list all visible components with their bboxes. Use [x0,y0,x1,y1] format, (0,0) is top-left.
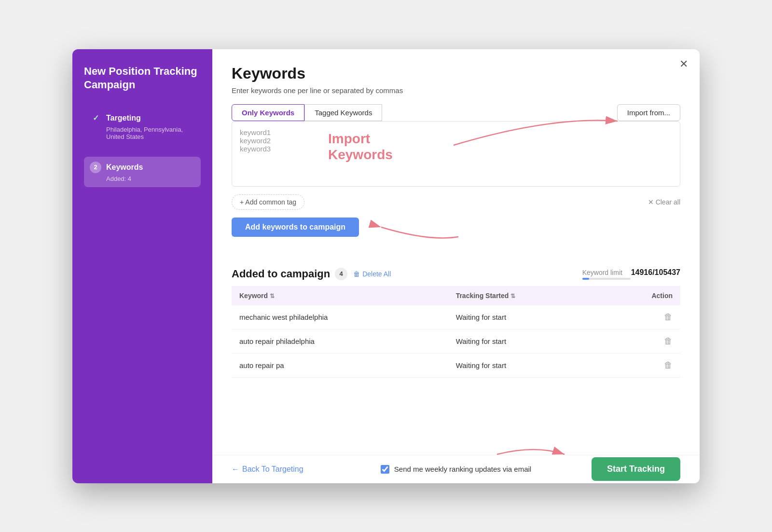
sidebar-item-targeting[interactable]: ✓ Targeting Philadelphia, Pennsylvania, … [84,108,201,145]
action-cell: 🗑 [605,305,680,329]
limit-progress-fill [582,278,589,280]
table-row: auto repair pa Waiting for start 🗑 [232,353,680,377]
keyword-sort-icon[interactable]: ⇅ [270,293,275,300]
add-keywords-button[interactable]: Add keywords to campaign [232,218,359,237]
step-number-keywords: 2 [90,162,101,173]
tags-row: + Add common tag ✕ Clear all [232,194,680,210]
sidebar-subtitle-keywords: Added: 4 [90,175,195,182]
tab-only-keywords[interactable]: Only Keywords [232,104,304,121]
tracking-sort-icon[interactable]: ⇅ [510,293,515,300]
step-number-targeting: ✓ [90,112,101,124]
status-cell: Waiting for start [448,305,605,329]
close-button[interactable]: ✕ [679,59,688,69]
keyword-input-wrapper: keyword1 keyword2 keyword3 [232,121,680,187]
delete-row-icon[interactable]: 🗑 [664,312,673,322]
delete-all-button[interactable]: 🗑 Delete All [353,270,391,278]
modal-footer: ← Back To Targeting Send me weekly ranki… [212,455,700,483]
delete-row-icon[interactable]: 🗑 [664,336,673,346]
status-cell: Waiting for start [448,353,605,377]
add-keywords-arrow-svg [343,218,468,256]
sidebar-item-keywords[interactable]: 2 Keywords Added: 4 [84,157,201,187]
keyword-cell: auto repair pa [232,353,448,377]
action-cell: 🗑 [605,329,680,353]
table-row: auto repair philadelphia Waiting for sta… [232,329,680,353]
sidebar-title: New Position Tracking Campaign [84,65,201,92]
campaign-title: Added to campaign [232,268,330,280]
page-title: Keywords [232,65,680,82]
campaign-header: Added to campaign 4 🗑 Delete All Keyword… [232,268,680,280]
add-tag-button[interactable]: + Add common tag [232,194,304,210]
col-action: Action [605,286,680,305]
keyword-textarea[interactable]: keyword1 keyword2 keyword3 [232,122,680,184]
email-update-label[interactable]: Send me weekly ranking updates via email [381,465,531,474]
col-tracking-started: Tracking Started ⇅ [448,286,605,305]
keywords-table: Keyword ⇅ Tracking Started ⇅ Action mech… [232,286,680,378]
start-tracking-button[interactable]: Start Tracking [592,457,680,481]
col-keyword: Keyword ⇅ [232,286,448,305]
clear-all-button[interactable]: ✕ Clear all [648,198,680,206]
limit-progress-bar [582,278,631,280]
sidebar-label-keywords: Keywords [106,163,143,172]
main-content: ✕ Keywords Enter keywords one per line o… [212,49,700,483]
back-button[interactable]: ← Back To Targeting [232,465,303,474]
sidebar-label-targeting: Targeting [106,114,141,123]
sidebar-subtitle-targeting: Philadelphia, Pennsylvania, United State… [90,126,195,140]
keyword-limit-info: Keyword limit 14916/105437 [582,268,680,280]
action-cell: 🗑 [605,353,680,377]
tab-tagged-keywords[interactable]: Tagged Keywords [304,104,382,121]
sidebar: New Position Tracking Campaign ✓ Targeti… [72,49,212,483]
campaign-count: 4 [335,268,347,280]
back-arrow-icon: ← [232,465,239,474]
page-subtitle: Enter keywords one per line or separated… [232,86,680,95]
import-button[interactable]: Import from... [617,104,680,121]
keyword-cell: auto repair philadelphia [232,329,448,353]
keyword-cell: mechanic west philadelphia [232,305,448,329]
table-row: mechanic west philadelphia Waiting for s… [232,305,680,329]
tabs-row: Only Keywords Tagged Keywords Import fro… [232,104,680,121]
delete-row-icon[interactable]: 🗑 [664,360,673,370]
email-checkbox[interactable] [381,465,389,474]
status-cell: Waiting for start [448,329,605,353]
